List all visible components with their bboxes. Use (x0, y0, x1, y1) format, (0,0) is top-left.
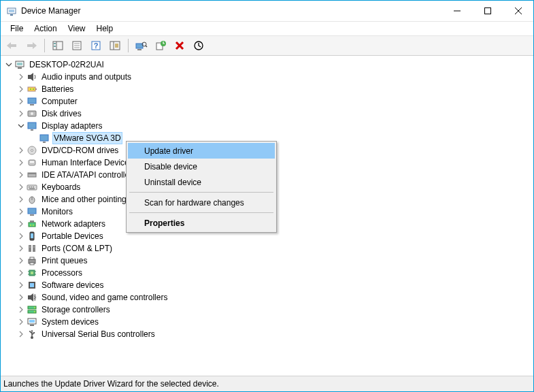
display-icon (39, 133, 50, 144)
svg-rect-61 (30, 214, 34, 216)
svg-point-37 (30, 88, 31, 90)
svg-rect-55 (31, 186, 32, 188)
storage-icon (27, 304, 37, 315)
expand-icon[interactable] (16, 145, 27, 156)
svg-point-48 (31, 150, 33, 152)
svg-rect-62 (29, 223, 35, 227)
close-button[interactable] (503, 1, 533, 21)
ctx-scan-hardware[interactable]: Scan for hardware changes (128, 195, 275, 210)
tree-category[interactable]: Software devices (1, 279, 533, 291)
svg-rect-68 (29, 245, 31, 252)
svg-rect-22 (136, 44, 143, 48)
audio-icon (27, 71, 37, 82)
uninstall-device-button[interactable] (171, 37, 188, 54)
tree-category-label: Print queues (40, 255, 88, 267)
scan-for-hardware-changes-button[interactable] (133, 37, 150, 54)
svg-rect-39 (28, 98, 36, 103)
expand-icon[interactable] (16, 231, 27, 242)
svg-rect-56 (33, 186, 34, 188)
expand-icon[interactable] (16, 329, 27, 340)
expand-icon[interactable] (16, 182, 27, 193)
menu-view[interactable]: View (63, 23, 91, 34)
svg-rect-23 (137, 49, 141, 50)
tree-category[interactable]: Computer (1, 95, 533, 108)
tree-category-label: Disk drives (40, 108, 83, 120)
expand-icon[interactable] (16, 206, 27, 217)
expand-icon[interactable] (16, 304, 27, 315)
menu-action[interactable]: Action (29, 23, 62, 34)
ctx-uninstall-device[interactable]: Uninstall device (128, 174, 275, 190)
svg-rect-40 (30, 104, 34, 105)
tree-category[interactable]: Storage controllers (1, 304, 533, 316)
network-icon (27, 218, 37, 229)
expand-icon[interactable] (16, 157, 27, 168)
ctx-update-driver[interactable]: Update driver (128, 143, 275, 159)
svg-point-70 (29, 246, 31, 248)
tree-category[interactable]: Processors (1, 267, 533, 279)
expand-icon[interactable] (16, 96, 27, 107)
expand-icon[interactable] (16, 292, 27, 303)
tree-root[interactable]: DESKTOP-02R2UAI (1, 59, 533, 71)
svg-rect-7 (11, 44, 16, 47)
back-button[interactable] (3, 37, 21, 54)
help-button[interactable]: ? (87, 37, 105, 54)
window-buttons (441, 1, 533, 21)
status-text: Launches the Update Driver Wizard for th… (3, 379, 219, 389)
tree-category[interactable]: Disk drives (1, 108, 533, 120)
svg-rect-32 (17, 63, 22, 65)
collapse-icon[interactable] (16, 120, 27, 131)
expand-icon[interactable] (16, 169, 27, 180)
svg-rect-8 (27, 44, 33, 47)
expand-icon[interactable] (16, 267, 27, 278)
expand-icon[interactable] (16, 194, 27, 205)
svg-rect-12 (54, 46, 56, 47)
ctx-disable-device[interactable]: Disable device (128, 159, 275, 174)
tree-category-label: Processors (40, 267, 84, 279)
tree-device-label: VMware SVGA 3D (52, 132, 122, 144)
expand-icon[interactable] (16, 84, 27, 95)
svg-rect-1 (9, 10, 14, 12)
action-menu-button[interactable] (106, 37, 124, 54)
toolbar-separator (44, 39, 45, 52)
svg-rect-82 (30, 283, 34, 287)
forward-button[interactable] (22, 37, 40, 54)
expand-icon[interactable] (16, 71, 27, 82)
hid-icon (27, 157, 37, 168)
tree-category[interactable]: Audio inputs and outputs (1, 71, 533, 83)
svg-text:?: ? (94, 42, 99, 50)
svg-rect-96 (33, 332, 35, 333)
expand-icon[interactable] (16, 316, 27, 327)
properties-button[interactable] (68, 37, 86, 54)
expand-icon[interactable] (16, 108, 27, 119)
tree-category[interactable]: Ports (COM & LPT) (1, 242, 533, 255)
tree-category[interactable]: System devices (1, 316, 533, 328)
svg-rect-2 (10, 14, 13, 16)
svg-rect-43 (28, 122, 36, 129)
expand-icon[interactable] (16, 280, 27, 291)
svg-rect-76 (31, 272, 33, 274)
disable-device-button[interactable] (190, 37, 207, 54)
ctx-properties[interactable]: Properties (128, 215, 275, 231)
tree-category[interactable]: Universal Serial Bus controllers (1, 328, 533, 340)
tree-category[interactable]: Sound, video and game controllers (1, 291, 533, 304)
svg-rect-46 (43, 142, 46, 143)
minimize-button[interactable] (441, 1, 472, 21)
update-driver-button[interactable] (152, 37, 169, 54)
expand-icon[interactable] (16, 218, 27, 229)
tree-category[interactable]: Batteries (1, 83, 533, 95)
expand-icon[interactable] (16, 255, 27, 266)
svg-rect-50 (30, 161, 34, 163)
expand-icon[interactable] (16, 243, 27, 254)
svg-rect-89 (30, 325, 34, 326)
computer-icon (27, 96, 37, 107)
menu-file[interactable]: File (5, 23, 29, 34)
ctx-divider (129, 212, 273, 213)
show-hide-console-tree-button[interactable] (49, 37, 67, 54)
tree-category[interactable]: Display adapters (1, 120, 533, 132)
collapse-icon[interactable] (3, 59, 14, 70)
maximize-button[interactable] (472, 1, 503, 21)
svg-point-87 (34, 311, 35, 312)
tree-category-label: Keyboards (40, 181, 82, 193)
tree-category[interactable]: Print queues (1, 255, 533, 267)
menu-help[interactable]: Help (91, 23, 119, 34)
